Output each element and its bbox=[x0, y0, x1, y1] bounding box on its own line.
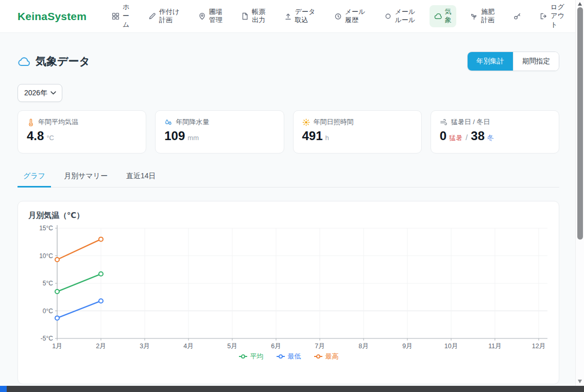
upload-icon bbox=[284, 12, 292, 20]
legend-item[interactable]: 最低 bbox=[276, 352, 301, 361]
svg-text:5月: 5月 bbox=[227, 343, 237, 350]
scroll-up-arrow[interactable] bbox=[578, 2, 582, 6]
map-pin-icon bbox=[198, 12, 206, 20]
top-nav-bar: KeinaSystem ホ ー ム作付け 計画圃場 管理帳票 出力データ 取込メ… bbox=[0, 0, 575, 33]
nav-item-label: ホ ー ム bbox=[123, 3, 129, 29]
stat-card-hot-winter-days: 猛暑日 / 冬日0猛暑/38冬 bbox=[431, 110, 559, 154]
stat-card-rainfall: 年間降水量109mm bbox=[155, 110, 284, 154]
nav-item-field-management[interactable]: 圃場 管理 bbox=[194, 5, 227, 28]
upload-icon bbox=[284, 12, 292, 20]
nav-item-label: データ 取込 bbox=[295, 8, 316, 25]
page-title: 気象データ bbox=[18, 54, 90, 69]
vertical-scrollbar[interactable] bbox=[575, 0, 584, 386]
cloud-icon bbox=[18, 57, 30, 66]
view-toggle: 年別集計期間指定 bbox=[467, 52, 559, 71]
tab-monthly-summary[interactable]: 月別サマリー bbox=[58, 167, 113, 187]
chart-legend: 平均最低最高 bbox=[28, 352, 548, 361]
svg-text:4月: 4月 bbox=[183, 343, 193, 350]
circle-icon bbox=[384, 12, 392, 20]
scroll-down-arrow[interactable] bbox=[578, 380, 582, 383]
logout-icon bbox=[540, 12, 547, 20]
thermometer-icon bbox=[27, 118, 35, 126]
nav-item-weather[interactable]: 気 象 bbox=[430, 5, 456, 28]
grid-icon bbox=[112, 12, 119, 20]
grid-icon bbox=[112, 12, 119, 20]
nav-item-label: 圃場 管理 bbox=[209, 8, 222, 25]
circle-icon bbox=[384, 12, 392, 20]
stat-card-value: 491h bbox=[302, 129, 413, 143]
svg-text:11月: 11月 bbox=[488, 343, 501, 350]
svg-text:15°C: 15°C bbox=[39, 225, 53, 232]
svg-text:12月: 12月 bbox=[532, 343, 545, 350]
cloud-icon bbox=[434, 12, 442, 20]
svg-text:10°C: 10°C bbox=[39, 252, 53, 260]
stat-card-value: 0猛暑/38冬 bbox=[440, 129, 550, 143]
svg-text:1月: 1月 bbox=[52, 343, 62, 350]
nav-item-mail-rules[interactable]: メール ルール bbox=[380, 5, 420, 28]
legend-item[interactable]: 平均 bbox=[238, 352, 264, 361]
nav-item-planting-plan[interactable]: 作付け 計画 bbox=[144, 5, 184, 28]
main-nav: ホ ー ム作付け 計画圃場 管理帳票 出力データ 取込メール 履歴メール ルール… bbox=[107, 1, 569, 32]
scrollbar-thumb[interactable] bbox=[577, 7, 583, 240]
monthly-temperature-chart: 15°C10°C5°C0°C-5°C1月2月3月4月5月6月7月8月9月10月1… bbox=[28, 224, 549, 350]
key-icon bbox=[513, 12, 521, 20]
bottom-bar-accent bbox=[0, 386, 7, 392]
stat-card-avg-temp: 年間平均気温4.8°C bbox=[18, 110, 146, 154]
thermometer-icon bbox=[27, 118, 35, 126]
year-select[interactable]: 2026年 bbox=[18, 84, 62, 102]
svg-text:2月: 2月 bbox=[96, 343, 106, 350]
legend-item[interactable]: 最高 bbox=[314, 352, 339, 361]
nav-item-home[interactable]: ホ ー ム bbox=[107, 1, 134, 32]
nav-item-logout[interactable]: ログ アウ ト bbox=[535, 1, 569, 32]
seedling-icon bbox=[470, 12, 478, 20]
nav-item-password[interactable] bbox=[509, 10, 526, 23]
nav-item-label: 気 象 bbox=[445, 8, 452, 25]
wind-icon bbox=[440, 118, 448, 126]
tab-last-14-days[interactable]: 直近14日 bbox=[121, 167, 162, 187]
nav-item-mail-history[interactable]: メール 履歴 bbox=[330, 5, 370, 28]
logout-icon bbox=[540, 12, 547, 20]
view-toggle-button-0[interactable]: 年別集計 bbox=[468, 52, 513, 71]
stat-card-label: 年間日照時間 bbox=[302, 117, 413, 127]
nav-item-data-import[interactable]: データ 取込 bbox=[280, 5, 320, 28]
stat-card-sunshine: 年間日照時間491h bbox=[293, 110, 422, 154]
app-logo[interactable]: KeinaSystem bbox=[18, 10, 87, 23]
tab-graph[interactable]: グラフ bbox=[18, 167, 51, 188]
app-window: KeinaSystem ホ ー ム作付け 計画圃場 管理帳票 出力データ 取込メ… bbox=[0, 0, 584, 392]
sun-icon bbox=[302, 118, 310, 126]
svg-text:3月: 3月 bbox=[140, 343, 149, 350]
stat-card-value: 109mm bbox=[164, 129, 274, 143]
history-icon bbox=[334, 12, 342, 20]
svg-text:-5°C: -5°C bbox=[41, 335, 53, 342]
nav-item-report-output[interactable]: 帳票 出力 bbox=[236, 5, 270, 28]
svg-text:0°C: 0°C bbox=[43, 308, 53, 315]
seedling-icon bbox=[470, 12, 478, 20]
stat-card-value: 4.8°C bbox=[27, 129, 137, 143]
nav-item-label: メール ルール bbox=[395, 8, 416, 25]
page-title-text: 気象データ bbox=[36, 54, 90, 69]
nav-item-fertilizer-plan[interactable]: 施肥 計画 bbox=[466, 5, 499, 28]
stat-cards: 年間平均気温4.8°C年間降水量109mm年間日照時間491h猛暑日 / 冬日0… bbox=[18, 110, 559, 154]
nav-item-label: ログ アウ ト bbox=[551, 3, 564, 29]
key-icon bbox=[513, 12, 521, 20]
chevron-down-icon bbox=[50, 91, 56, 95]
history-icon bbox=[334, 12, 342, 20]
nav-item-label: メール 履歴 bbox=[345, 8, 366, 25]
view-toggle-button-1[interactable]: 期間指定 bbox=[513, 52, 559, 71]
nav-item-label: 帳票 出力 bbox=[252, 8, 265, 25]
cloud-icon bbox=[434, 12, 442, 20]
svg-text:5°C: 5°C bbox=[43, 280, 53, 287]
legend-marker-icon bbox=[276, 354, 285, 359]
svg-text:10月: 10月 bbox=[444, 343, 458, 350]
file-icon bbox=[241, 12, 249, 20]
droplets-icon bbox=[164, 118, 172, 126]
legend-marker-icon bbox=[238, 354, 248, 359]
stat-card-label: 年間平均気温 bbox=[27, 117, 137, 127]
legend-marker-icon bbox=[314, 354, 323, 359]
main-content: 気象データ 年別集計期間指定 2026年 年間平均気温4.8°C年間降水量109… bbox=[0, 33, 575, 386]
stat-card-label: 年間降水量 bbox=[164, 117, 274, 127]
pen-icon bbox=[148, 12, 156, 20]
svg-text:8月: 8月 bbox=[358, 343, 368, 350]
file-icon bbox=[241, 12, 249, 20]
map-pin-icon bbox=[198, 12, 206, 20]
